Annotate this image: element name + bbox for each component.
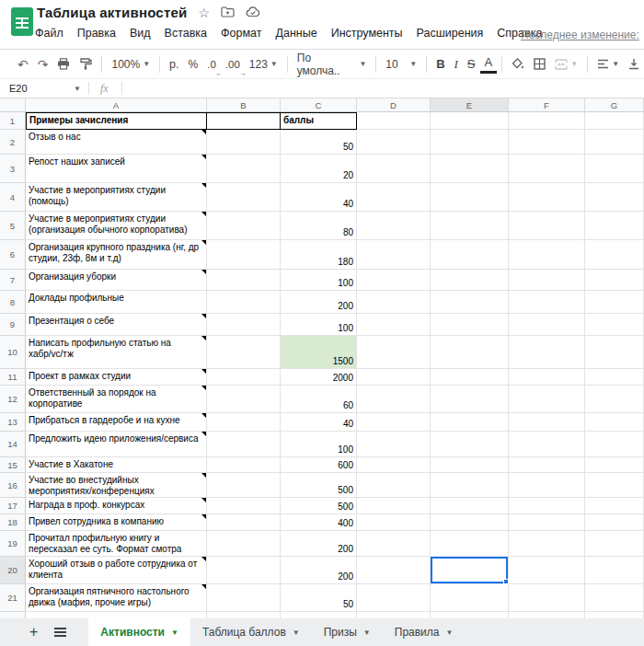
font-size-select[interactable]: 10 ▼ xyxy=(381,55,421,74)
cell-E12[interactable] xyxy=(431,386,509,413)
cell-A3[interactable]: Репост наших записей xyxy=(26,155,207,183)
menu-item-вид[interactable]: Вид xyxy=(130,27,151,40)
cell-A2[interactable]: Отзыв о нас xyxy=(26,130,207,155)
cell-B15[interactable] xyxy=(207,457,281,473)
row-header-21[interactable]: 21 xyxy=(0,584,26,612)
vertical-align-button[interactable] xyxy=(624,55,644,73)
cell-C10[interactable]: 1500 xyxy=(281,336,357,369)
row-header-4[interactable]: 4 xyxy=(0,183,26,212)
cell-D18[interactable] xyxy=(357,514,431,531)
cell-A5[interactable]: Участие в мероприятиях студии (организац… xyxy=(26,212,207,240)
bold-button[interactable]: B xyxy=(431,54,449,74)
cell-F14[interactable] xyxy=(509,432,585,457)
cell-F15[interactable] xyxy=(509,457,585,473)
cell-A10[interactable]: Написать профильную статью на хабр/vc/тж xyxy=(26,336,207,369)
cell-F10[interactable] xyxy=(509,336,585,369)
cell-A20[interactable]: Хороший отзыв о работе сотрудника от кли… xyxy=(26,557,207,584)
cell-C2[interactable]: 50 xyxy=(281,130,357,155)
star-icon[interactable]: ☆ xyxy=(198,6,210,19)
cell-G18[interactable] xyxy=(585,514,644,531)
cell-D10[interactable] xyxy=(357,336,431,369)
cell-C11[interactable]: 2000 xyxy=(281,369,357,386)
cell-E21[interactable] xyxy=(431,584,509,612)
menu-item-вставка[interactable]: Вставка xyxy=(165,27,207,40)
cell-A9[interactable]: Презентация о себе xyxy=(26,314,207,336)
cell-D16[interactable] xyxy=(357,473,431,498)
cell-E17[interactable] xyxy=(431,498,509,514)
cell-E10[interactable] xyxy=(431,336,509,369)
row-header-3[interactable]: 3 xyxy=(0,155,26,183)
menu-item-формат[interactable]: Формат xyxy=(221,27,261,40)
menu-item-инструменты[interactable]: Инструменты xyxy=(331,27,403,40)
cell-D13[interactable] xyxy=(357,413,431,432)
cell-D4[interactable] xyxy=(357,183,431,212)
redo-button[interactable]: ↷ xyxy=(33,54,53,75)
cell-B4[interactable] xyxy=(207,183,281,212)
cell-F16[interactable] xyxy=(509,473,585,498)
cell-F5[interactable] xyxy=(509,212,585,240)
cell-D15[interactable] xyxy=(357,457,431,473)
row-header-20[interactable]: 20 xyxy=(0,557,26,584)
cell-E3[interactable] xyxy=(431,155,509,183)
cell-B19[interactable] xyxy=(207,531,281,557)
cell-F12[interactable] xyxy=(509,386,585,413)
text-color-button[interactable]: A xyxy=(480,54,498,74)
cell-G10[interactable] xyxy=(585,336,644,369)
cell-B12[interactable] xyxy=(207,386,281,413)
cell-F8[interactable] xyxy=(509,291,585,314)
last-edit-link[interactable]: Последнее изменение: xyxy=(521,29,639,41)
cell-B18[interactable] xyxy=(207,514,281,531)
cell-C12[interactable]: 60 xyxy=(281,386,357,413)
cell-A17[interactable]: Награда в проф. конкурсах xyxy=(26,498,207,514)
cell-C16[interactable]: 500 xyxy=(281,473,357,498)
sheets-logo-icon[interactable] xyxy=(11,7,33,36)
column-header-E[interactable]: E xyxy=(431,98,509,112)
cell-G6[interactable] xyxy=(585,240,644,270)
cell-B3[interactable] xyxy=(207,155,281,183)
cell-E5[interactable] xyxy=(431,212,509,240)
cell-A16[interactable]: Участие во внестудийных мероприятиях/кон… xyxy=(26,473,207,498)
cell-E4[interactable] xyxy=(431,183,509,212)
add-sheet-button[interactable]: + xyxy=(29,624,38,640)
cell-G14[interactable] xyxy=(585,432,644,457)
cell-B5[interactable] xyxy=(207,212,281,240)
cell-G5[interactable] xyxy=(585,212,644,240)
column-header-B[interactable]: B xyxy=(207,98,281,112)
cell-C6[interactable]: 180 xyxy=(281,240,357,270)
cell-F3[interactable] xyxy=(509,155,585,183)
font-select[interactable]: По умолча.. ▼ xyxy=(293,49,372,80)
cell-G13[interactable] xyxy=(585,413,644,432)
column-header-G[interactable]: G xyxy=(585,98,644,112)
borders-button[interactable] xyxy=(529,55,550,73)
cell-G1[interactable] xyxy=(585,112,644,130)
cell-G17[interactable] xyxy=(585,498,644,514)
cell-F1[interactable] xyxy=(509,112,585,130)
cell-C3[interactable]: 20 xyxy=(281,155,357,183)
cell-G21[interactable] xyxy=(585,584,644,612)
cell-C13[interactable]: 40 xyxy=(281,413,357,432)
cell-F21[interactable] xyxy=(509,584,585,612)
cell-G8[interactable] xyxy=(585,291,644,314)
cell-G16[interactable] xyxy=(585,473,644,498)
cell-D19[interactable] xyxy=(357,531,431,557)
undo-button[interactable]: ↶ xyxy=(13,54,33,75)
cell-A13[interactable]: Прибраться в гардеробе и на кухне xyxy=(26,413,207,432)
row-header-8[interactable]: 8 xyxy=(0,291,26,314)
print-button[interactable] xyxy=(52,55,75,73)
column-header-D[interactable]: D xyxy=(357,98,431,112)
cell-A14[interactable]: Предложить идею приложения/сервиса xyxy=(26,432,207,457)
cell-B14[interactable] xyxy=(207,432,281,457)
cell-E6[interactable] xyxy=(431,240,509,270)
cell-F7[interactable] xyxy=(509,270,585,291)
menu-item-правка[interactable]: Правка xyxy=(77,27,116,40)
cell-D9[interactable] xyxy=(357,314,431,336)
all-sheets-button[interactable] xyxy=(54,628,66,637)
cell-F4[interactable] xyxy=(509,183,585,212)
cell-A18[interactable]: Привел сотрудника в компанию xyxy=(26,514,207,531)
row-header-7[interactable]: 7 xyxy=(0,270,26,291)
cell-B8[interactable] xyxy=(207,291,281,314)
cell-D1[interactable] xyxy=(357,112,431,130)
cell-B7[interactable] xyxy=(207,270,281,291)
cell-C19[interactable]: 200 xyxy=(281,531,357,557)
more-formats-button[interactable]: 123 ▼ xyxy=(245,55,282,74)
